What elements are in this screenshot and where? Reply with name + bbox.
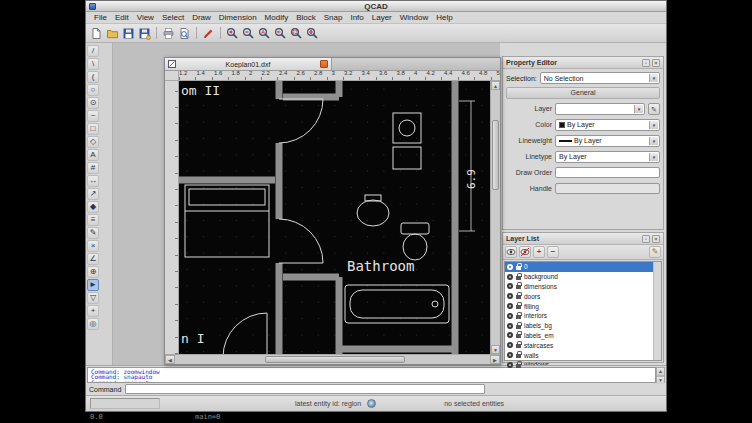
arc-tool-button[interactable]: ( bbox=[87, 71, 99, 83]
save-as-button[interactable] bbox=[137, 26, 152, 41]
property-editor-title-bar[interactable]: Property Editor ▫ × bbox=[503, 57, 663, 69]
save-button[interactable] bbox=[121, 26, 136, 41]
zoom-window-button[interactable] bbox=[289, 26, 304, 41]
dimension-tool-button[interactable]: ↔ bbox=[87, 175, 99, 187]
menu-file[interactable]: File bbox=[90, 13, 111, 22]
layer-visible-icon[interactable] bbox=[507, 264, 513, 270]
layer-lock-icon[interactable] bbox=[516, 364, 521, 368]
drawing-canvas[interactable]: om II Bathroom 6.9 n I bbox=[179, 81, 490, 354]
vertical-scrollbar[interactable]: ▲ ▼ bbox=[490, 81, 500, 354]
layer-visible-icon[interactable] bbox=[507, 303, 513, 309]
menu-block[interactable]: Block bbox=[292, 13, 320, 22]
layer-lock-icon[interactable] bbox=[516, 305, 521, 309]
info-tool-button[interactable]: ∠ bbox=[87, 253, 99, 265]
scroll-left-arrow[interactable]: ◀ bbox=[165, 355, 175, 364]
scroll-up-arrow[interactable]: ▲ bbox=[657, 368, 664, 376]
measure-tool-button[interactable]: + bbox=[87, 305, 99, 317]
layer-row[interactable]: filling bbox=[505, 301, 653, 311]
vertical-scroll-thumb[interactable] bbox=[492, 120, 499, 190]
layer-row[interactable]: dimensions bbox=[505, 282, 653, 292]
polyline-tool-button[interactable]: \ bbox=[87, 58, 99, 70]
document-tab[interactable]: Koeplan01.dxf bbox=[165, 58, 332, 70]
new-file-button[interactable] bbox=[89, 26, 104, 41]
lineweight-combo[interactable]: By Layer▾ bbox=[555, 135, 660, 147]
leader-tool-button[interactable]: ↗ bbox=[87, 188, 99, 200]
hatch-tool-button[interactable]: # bbox=[87, 162, 99, 174]
auto-zoom-button[interactable]: A bbox=[257, 26, 272, 41]
remove-layer-button[interactable]: − bbox=[547, 246, 559, 258]
zoom-out-button[interactable] bbox=[241, 26, 256, 41]
menu-view[interactable]: View bbox=[133, 13, 158, 22]
horizontal-scroll-thumb[interactable] bbox=[265, 356, 405, 363]
layer-edit-button[interactable]: ✎ bbox=[648, 103, 660, 115]
layer-lock-icon[interactable] bbox=[516, 325, 521, 329]
ellipse-tool-button[interactable]: ⊙ bbox=[87, 97, 99, 109]
layer-lock-icon[interactable] bbox=[516, 315, 521, 319]
layer-lock-icon[interactable] bbox=[516, 334, 521, 338]
scroll-down-arrow[interactable]: ▼ bbox=[491, 345, 500, 354]
linetype-combo[interactable]: By Layer▾ bbox=[555, 151, 660, 163]
panel-close-icon[interactable]: × bbox=[652, 59, 660, 67]
layer-row[interactable]: staircases bbox=[505, 340, 653, 350]
layer-list-title-bar[interactable]: Layer List ▫ × bbox=[503, 233, 663, 245]
command-history[interactable]: Command: zoomwindow Command: snapauto Co… bbox=[87, 367, 656, 383]
general-section-header[interactable]: General bbox=[506, 87, 660, 99]
viewport-tool-button[interactable]: ◎ bbox=[87, 318, 99, 330]
menu-select[interactable]: Select bbox=[158, 13, 188, 22]
image-tool-button[interactable]: ≡ bbox=[87, 214, 99, 226]
draw-edit-button[interactable] bbox=[201, 26, 216, 41]
zoom-in-button[interactable] bbox=[225, 26, 240, 41]
add-layer-button[interactable]: + bbox=[533, 246, 545, 258]
deselect-tool-button[interactable]: ▽ bbox=[87, 292, 99, 304]
layer-row[interactable]: labels_bg bbox=[505, 321, 653, 331]
layer-visible-icon[interactable] bbox=[507, 313, 513, 319]
polygon-tool-button[interactable]: ◇ bbox=[87, 136, 99, 148]
menu-info[interactable]: Info bbox=[346, 13, 367, 22]
spline-tool-button[interactable]: ~ bbox=[87, 110, 99, 122]
hide-all-layers-button[interactable] bbox=[519, 246, 531, 258]
layer-lock-icon[interactable] bbox=[516, 266, 521, 270]
pan-button[interactable] bbox=[305, 26, 320, 41]
layer-row[interactable]: 0 bbox=[505, 262, 653, 272]
selection-combo[interactable]: No Selection ▾ bbox=[540, 72, 660, 84]
menu-draw[interactable]: Draw bbox=[188, 13, 215, 22]
scroll-up-arrow[interactable]: ▲ bbox=[491, 81, 500, 90]
layer-lock-icon[interactable] bbox=[516, 285, 521, 289]
layer-combo[interactable]: ▾ bbox=[555, 103, 645, 115]
layer-visible-icon[interactable] bbox=[507, 283, 513, 289]
circle-tool-button[interactable]: ○ bbox=[87, 84, 99, 96]
layer-row[interactable]: interiors bbox=[505, 311, 653, 321]
history-scrollbar[interactable]: ▲ ▼ bbox=[656, 367, 665, 383]
layer-row[interactable]: walls bbox=[505, 350, 653, 360]
menu-window[interactable]: Window bbox=[396, 13, 432, 22]
panel-float-icon[interactable]: ▫ bbox=[642, 235, 650, 243]
menu-edit[interactable]: Edit bbox=[111, 13, 133, 22]
layer-visible-icon[interactable] bbox=[507, 352, 513, 358]
print-button[interactable] bbox=[161, 26, 176, 41]
layer-visible-icon[interactable] bbox=[507, 323, 513, 329]
snap-tool-button[interactable]: ⊕ bbox=[87, 266, 99, 278]
layer-list-scrollbar[interactable] bbox=[653, 262, 661, 360]
layer-visible-icon[interactable] bbox=[507, 342, 513, 348]
open-file-button[interactable] bbox=[105, 26, 120, 41]
block-tool-button[interactable]: ◆ bbox=[87, 201, 99, 213]
menu-help[interactable]: Help bbox=[432, 13, 456, 22]
menu-modify[interactable]: Modify bbox=[261, 13, 293, 22]
layer-visible-icon[interactable] bbox=[507, 332, 513, 338]
previous-view-button[interactable] bbox=[273, 26, 288, 41]
document-close-button[interactable] bbox=[320, 60, 328, 68]
rectangle-tool-button[interactable]: □ bbox=[87, 123, 99, 135]
menu-snap[interactable]: Snap bbox=[320, 13, 347, 22]
layer-row[interactable]: labels_em bbox=[505, 331, 653, 341]
print-preview-button[interactable] bbox=[177, 26, 192, 41]
layer-row[interactable]: background bbox=[505, 272, 653, 282]
layer-row[interactable]: doors bbox=[505, 291, 653, 301]
layer-visible-icon[interactable] bbox=[507, 274, 513, 280]
layer-lock-icon[interactable] bbox=[516, 354, 521, 358]
line-tool-button[interactable]: / bbox=[87, 45, 99, 57]
title-bar[interactable]: QCAD bbox=[86, 1, 666, 12]
color-combo[interactable]: By Layer▾ bbox=[555, 119, 660, 131]
layer-visible-icon[interactable] bbox=[507, 293, 513, 299]
horizontal-scrollbar[interactable]: ◀ ▶ bbox=[165, 354, 500, 364]
modify-tool-button[interactable]: ✎ bbox=[87, 227, 99, 239]
